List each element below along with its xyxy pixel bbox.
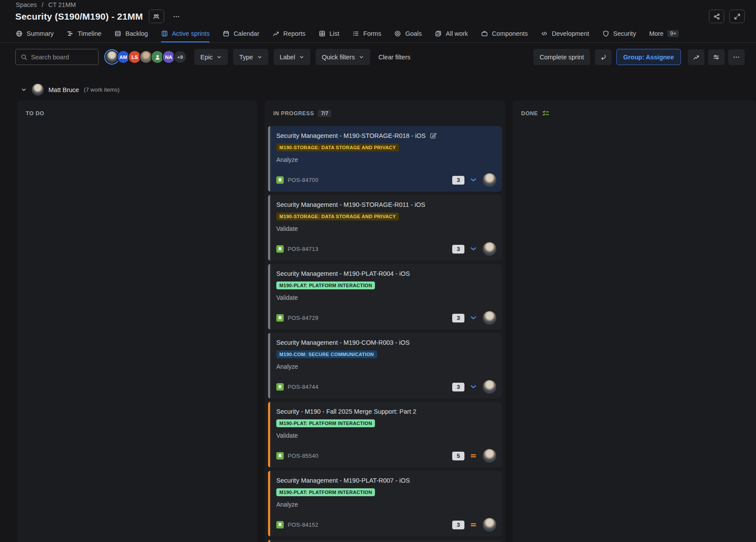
- globe-icon: [16, 30, 23, 37]
- card-label-badge: M190-PLAT: PLATFORM INTERACTION: [276, 419, 375, 427]
- edit-icon[interactable]: [430, 132, 436, 139]
- done-checklist-icon: [542, 110, 550, 117]
- chevron-down-icon: [299, 55, 304, 60]
- card-status: Analyze: [276, 156, 496, 163]
- tab-forms[interactable]: Forms: [352, 26, 381, 42]
- chevron-down-icon: [359, 55, 364, 60]
- card-label-badge: M190-PLAT: PLATFORM INTERACTION: [276, 281, 375, 289]
- search-input[interactable]: [31, 54, 93, 61]
- story-type-icon: [276, 521, 284, 528]
- priority-icon: [470, 314, 477, 322]
- card-title: Security Management - M190-PLAT-R007 - i…: [276, 477, 410, 484]
- card-status: Validate: [276, 294, 496, 301]
- tab-calendar[interactable]: Calendar: [223, 26, 259, 42]
- story-points-badge: 3: [452, 314, 464, 322]
- type-dropdown[interactable]: Type: [233, 49, 268, 65]
- card-key: POS-84744: [288, 384, 448, 390]
- assignee-avatar-filter: AMLSNA+9: [105, 50, 187, 64]
- tab-more[interactable]: More9+: [649, 26, 679, 42]
- breadcrumb: Spaces / CT 21MM: [16, 1, 76, 8]
- expand-icon: [734, 13, 741, 20]
- breadcrumb-spaces[interactable]: Spaces: [16, 1, 37, 8]
- card-key: POS-85540: [288, 453, 448, 459]
- tab-label: Goals: [405, 30, 422, 37]
- search-box[interactable]: [15, 49, 99, 65]
- card-label-badge: M190-STORAGE: DATA STORAGE AND PRIVACY: [276, 144, 399, 151]
- complete-sprint-button[interactable]: Complete sprint: [533, 49, 590, 65]
- tab-list[interactable]: List: [319, 26, 340, 42]
- column-todo: TO DO: [17, 100, 258, 542]
- tab-components[interactable]: Components: [481, 26, 528, 42]
- board-card[interactable]: Security Management - M190-PLAT-R004 - i…: [268, 264, 502, 329]
- share-button[interactable]: [709, 10, 724, 23]
- tab-summary[interactable]: Summary: [16, 26, 54, 42]
- quick-filters-dropdown[interactable]: Quick filters: [316, 49, 370, 65]
- tab-label: Backlog: [125, 30, 148, 37]
- insights-button[interactable]: [688, 49, 704, 65]
- expand-button[interactable]: [729, 10, 745, 23]
- story-type-icon: [276, 176, 284, 184]
- column-count-badge: 7/7: [318, 110, 331, 117]
- story-points-badge: 3: [452, 383, 464, 391]
- tab-timeline[interactable]: Timeline: [67, 26, 101, 42]
- tab-goals[interactable]: Goals: [394, 26, 422, 42]
- column-done: DONE: [512, 100, 756, 542]
- page-title: Security (S190/M190) - 21MM: [15, 11, 143, 22]
- card-title: Security Management - M190-COM-R003 - iO…: [276, 339, 409, 346]
- timeline-icon: [67, 30, 74, 37]
- tab-backlog[interactable]: Backlog: [114, 26, 148, 42]
- epic-dropdown[interactable]: Epic: [194, 49, 228, 65]
- group-by-button[interactable]: Group: Assignee: [616, 49, 681, 65]
- card-assignee-avatar[interactable]: [483, 311, 496, 325]
- people-button[interactable]: [149, 10, 164, 23]
- code-icon: [541, 30, 548, 37]
- board-card[interactable]: Security Management - M190-STORAGE-R018 …: [268, 126, 502, 192]
- board-card[interactable]: Security Management - M190-COM-R003 - iO…: [268, 333, 502, 398]
- board-card[interactable]: Security - M190 - Fall 2025 Merge Suppor…: [268, 402, 502, 467]
- project-tabs: SummaryTimelineBacklogActive sprintsCale…: [16, 26, 756, 42]
- board-card[interactable]: [268, 540, 502, 542]
- tab-label: Security: [613, 30, 636, 37]
- card-assignee-avatar[interactable]: [483, 242, 496, 256]
- story-type-icon: [276, 452, 284, 460]
- more-title-button[interactable]: [170, 10, 183, 23]
- priority-icon: [470, 452, 477, 460]
- card-status: Analyze: [276, 363, 496, 370]
- tab-development[interactable]: Development: [541, 26, 589, 42]
- chevron-down-icon[interactable]: [21, 86, 27, 93]
- priority-icon: [470, 176, 477, 184]
- card-assignee-avatar[interactable]: [483, 518, 496, 532]
- story-type-icon: [276, 245, 284, 253]
- card-assignee-avatar[interactable]: [483, 449, 496, 463]
- more-dots-icon: [733, 54, 740, 61]
- story-points-badge: 3: [452, 176, 464, 185]
- breadcrumb-project[interactable]: CT 21MM: [48, 1, 76, 8]
- board-card[interactable]: Security Management - M190-PLAT-R007 - i…: [268, 471, 502, 536]
- card-key: POS-84152: [288, 521, 448, 528]
- tab-security[interactable]: Security: [602, 26, 636, 42]
- tab-all-work[interactable]: All work: [435, 26, 468, 42]
- card-assignee-avatar[interactable]: [483, 173, 496, 187]
- assignee-avatar: [32, 84, 44, 96]
- assignee-group-header[interactable]: Matt Bruce (7 work items): [21, 84, 120, 96]
- board-card[interactable]: Security Management - M190-STORAGE-R011 …: [268, 195, 502, 261]
- more-dots-icon: [173, 13, 180, 20]
- more-toolbar-button[interactable]: [728, 49, 745, 65]
- clear-filters-button[interactable]: Clear filters: [378, 54, 410, 61]
- column-done-header: DONE: [512, 100, 756, 119]
- board-toolbar: AMLSNA+9 EpicTypeLabelQuick filters Clea…: [15, 49, 745, 65]
- avatar-overflow-count[interactable]: +9: [173, 50, 187, 64]
- label-dropdown[interactable]: Label: [274, 49, 310, 65]
- breadcrumb-separator: /: [41, 1, 43, 8]
- automation-button[interactable]: [595, 49, 612, 65]
- chevron-down-icon: [216, 55, 222, 60]
- view-settings-button[interactable]: [708, 49, 725, 65]
- column-in-progress: IN PROGRESS 7/7 Security Management - M1…: [265, 100, 505, 542]
- title-row: Security (S190/M190) - 21MM: [15, 10, 183, 23]
- tab-overflow-badge: 9+: [667, 30, 679, 37]
- tab-reports[interactable]: Reports: [272, 26, 306, 42]
- tab-active-sprints[interactable]: Active sprints: [161, 26, 210, 42]
- column-title: DONE: [521, 110, 538, 117]
- card-assignee-avatar[interactable]: [483, 380, 496, 394]
- card-title: Security Management - M190-STORAGE-R018 …: [276, 132, 426, 140]
